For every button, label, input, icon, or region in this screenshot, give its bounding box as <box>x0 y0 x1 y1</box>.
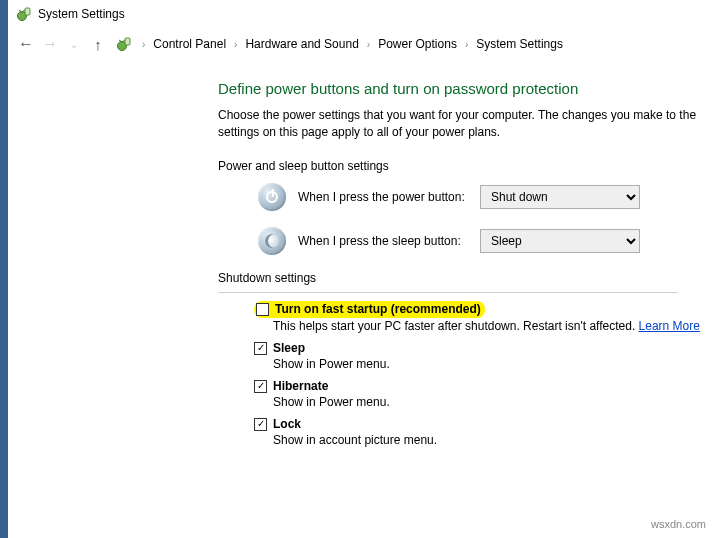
hibernate-label: Hibernate <box>273 379 328 393</box>
sleep-desc: Show in Power menu. <box>273 357 720 371</box>
page-title: Define power buttons and turn on passwor… <box>218 80 720 97</box>
chevron-right-icon[interactable]: › <box>465 39 468 50</box>
sleep-button-action-select[interactable]: Sleep <box>480 229 640 253</box>
crumb-power-options[interactable]: Power Options <box>374 35 461 53</box>
sleep-checkbox[interactable] <box>254 342 267 355</box>
window-title: System Settings <box>38 7 125 21</box>
divider <box>218 292 678 293</box>
breadcrumb: › Control Panel › Hardware and Sound › P… <box>142 35 567 53</box>
chevron-right-icon[interactable]: › <box>367 39 370 50</box>
svg-rect-1 <box>25 8 30 15</box>
learn-more-link[interactable]: Learn More <box>639 319 700 333</box>
chevron-right-icon[interactable]: › <box>234 39 237 50</box>
recent-dropdown-icon[interactable]: ⌄ <box>64 39 84 50</box>
watermark: wsxdn.com <box>651 518 706 530</box>
fast-startup-highlight: Turn on fast startup (recommended) <box>254 301 485 318</box>
section-shutdown-settings: Shutdown settings <box>218 271 720 288</box>
chevron-right-icon[interactable]: › <box>142 39 145 50</box>
sleep-label: Sleep <box>273 341 305 355</box>
lock-desc: Show in account picture menu. <box>273 433 720 447</box>
hibernate-checkbox[interactable] <box>254 380 267 393</box>
crumb-control-panel[interactable]: Control Panel <box>149 35 230 53</box>
lock-checkbox[interactable] <box>254 418 267 431</box>
power-button-label: When I press the power button: <box>298 190 468 204</box>
section-power-sleep-buttons: Power and sleep button settings <box>218 159 720 173</box>
power-button-icon <box>258 183 286 211</box>
crumb-system-settings[interactable]: System Settings <box>472 35 567 53</box>
svg-rect-3 <box>125 38 130 45</box>
fast-startup-label: Turn on fast startup (recommended) <box>275 302 481 316</box>
power-options-icon <box>16 6 32 22</box>
fast-startup-desc: This helps start your PC faster after sh… <box>273 319 720 333</box>
forward-button[interactable]: → <box>40 35 60 53</box>
lock-label: Lock <box>273 417 301 431</box>
power-options-icon <box>116 36 132 52</box>
power-button-action-select[interactable]: Shut down <box>480 185 640 209</box>
sleep-button-label: When I press the sleep button: <box>298 234 468 248</box>
crumb-hardware-sound[interactable]: Hardware and Sound <box>241 35 362 53</box>
back-button[interactable]: ← <box>16 35 36 53</box>
sleep-button-icon <box>258 227 286 255</box>
hibernate-desc: Show in Power menu. <box>273 395 720 409</box>
fast-startup-checkbox[interactable] <box>256 303 269 316</box>
page-description: Choose the power settings that you want … <box>218 107 720 141</box>
up-button[interactable]: ↑ <box>88 36 108 53</box>
